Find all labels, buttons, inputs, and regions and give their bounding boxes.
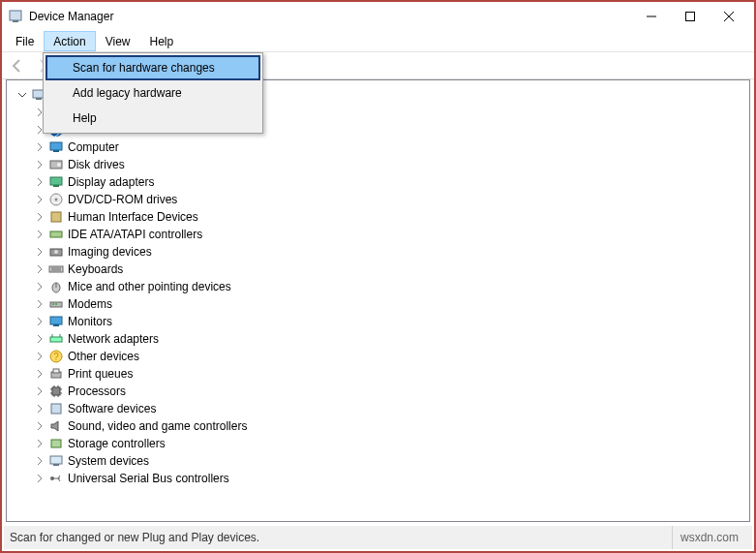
- device-category-icon: [48, 296, 64, 312]
- svg-rect-32: [53, 324, 59, 326]
- tree-item[interactable]: Disk drives: [33, 156, 744, 173]
- device-category-icon: [48, 209, 64, 225]
- expander-closed-icon[interactable]: [33, 140, 46, 154]
- tree-item-label: Other devices: [68, 350, 139, 363]
- svg-rect-7: [36, 98, 42, 100]
- svg-rect-38: [52, 387, 60, 395]
- tree-item-label: Human Interface Devices: [68, 210, 198, 224]
- menu-action[interactable]: Action: [44, 31, 95, 51]
- device-category-icon: [48, 279, 64, 294]
- tree-item-label: DVD/CD-ROM drives: [68, 193, 177, 206]
- tree-item-label: Mice and other pointing devices: [68, 280, 231, 293]
- expander-closed-icon[interactable]: [33, 454, 46, 468]
- tree-item-label: Network adapters: [68, 332, 159, 346]
- menu-file[interactable]: File: [6, 31, 44, 51]
- device-tree[interactable]: BatteriesBluetoothComputerDisk drivesDis…: [12, 82, 744, 518]
- window-title: Device Manager: [29, 10, 632, 23]
- tree-item[interactable]: Imaging devices: [33, 243, 744, 261]
- device-category-icon: [48, 418, 64, 434]
- tree-item[interactable]: Print queues: [33, 365, 744, 383]
- maximize-button[interactable]: [671, 3, 710, 30]
- tree-item[interactable]: Universal Serial Bus controllers: [33, 470, 744, 487]
- expander-closed-icon[interactable]: [33, 315, 46, 328]
- tree-item[interactable]: Processors: [33, 383, 744, 400]
- device-category-icon: [48, 401, 64, 416]
- svg-point-22: [54, 250, 58, 254]
- svg-rect-1: [13, 20, 18, 22]
- tree-item-label: Modems: [68, 297, 112, 311]
- expander-closed-icon[interactable]: [33, 193, 46, 206]
- close-button[interactable]: [710, 3, 748, 30]
- minimize-button[interactable]: [632, 3, 671, 30]
- expander-closed-icon[interactable]: [33, 472, 46, 485]
- action-dropdown: Scan for hardware changes Add legacy har…: [43, 52, 263, 134]
- device-category-icon: [48, 384, 64, 399]
- app-icon: [8, 9, 23, 24]
- tree-item[interactable]: Human Interface Devices: [33, 208, 744, 226]
- expander-closed-icon[interactable]: [33, 262, 46, 276]
- svg-rect-23: [49, 266, 63, 272]
- tree-item[interactable]: ?Other devices: [33, 348, 744, 365]
- menu-help-item[interactable]: Help: [45, 106, 260, 131]
- svg-point-29: [52, 303, 54, 305]
- expander-closed-icon[interactable]: [33, 384, 46, 398]
- device-category-icon: [48, 174, 64, 190]
- expander-closed-icon[interactable]: [33, 350, 46, 363]
- expander-closed-icon[interactable]: [33, 228, 46, 241]
- menu-help[interactable]: Help: [140, 31, 184, 51]
- device-category-icon: [48, 453, 64, 469]
- expander-closed-icon[interactable]: [33, 419, 46, 433]
- tree-item-label: Monitors: [68, 315, 112, 328]
- tree-item-label: Storage controllers: [68, 437, 166, 450]
- tree-item[interactable]: DVD/CD-ROM drives: [33, 191, 744, 208]
- svg-rect-31: [50, 317, 62, 324]
- expander-open-icon[interactable]: [15, 88, 29, 102]
- tree-item-label: IDE ATA/ATAPI controllers: [68, 228, 202, 241]
- expander-closed-icon[interactable]: [33, 332, 46, 346]
- expander-closed-icon[interactable]: [33, 210, 46, 224]
- menu-add-legacy[interactable]: Add legacy hardware: [45, 80, 260, 106]
- tree-item[interactable]: Network adapters: [33, 330, 744, 348]
- tree-item[interactable]: Modems: [33, 295, 744, 313]
- tree-item[interactable]: Sound, video and game controllers: [33, 417, 744, 435]
- tree-item[interactable]: Computer: [33, 138, 744, 156]
- svg-rect-3: [686, 13, 695, 21]
- expander-closed-icon[interactable]: [33, 367, 46, 381]
- expander-closed-icon[interactable]: [33, 280, 46, 293]
- svg-text:?: ?: [53, 352, 59, 362]
- status-right: wsxdn.com: [672, 526, 746, 549]
- tree-item-label: Disk drives: [68, 158, 125, 171]
- tree-item-label: System devices: [68, 454, 149, 468]
- expander-closed-icon[interactable]: [33, 175, 46, 189]
- tree-item[interactable]: Display adapters: [33, 173, 744, 191]
- device-category-icon: [48, 471, 64, 486]
- window-controls: [632, 3, 748, 30]
- back-button[interactable]: [6, 54, 29, 77]
- svg-rect-15: [50, 177, 62, 185]
- device-category-icon: [48, 244, 64, 260]
- expander-closed-icon[interactable]: [33, 158, 46, 171]
- device-category-icon: [48, 157, 64, 172]
- svg-rect-11: [50, 142, 62, 150]
- tree-item-label: Imaging devices: [68, 245, 152, 259]
- tree-item[interactable]: Software devices: [33, 400, 744, 417]
- tree-item[interactable]: System devices: [33, 452, 744, 470]
- tree-item[interactable]: Storage controllers: [33, 435, 744, 452]
- tree-item[interactable]: Keyboards: [33, 261, 744, 278]
- device-category-icon: ?: [48, 349, 64, 364]
- tree-item-label: Universal Serial Bus controllers: [68, 472, 229, 485]
- expander-closed-icon[interactable]: [33, 437, 46, 450]
- svg-rect-16: [53, 185, 59, 187]
- expander-closed-icon[interactable]: [33, 297, 46, 311]
- tree-item-label: Computer: [68, 140, 119, 154]
- expander-closed-icon[interactable]: [33, 402, 46, 415]
- device-category-icon: [48, 331, 64, 347]
- expander-closed-icon[interactable]: [33, 245, 46, 259]
- menu-view[interactable]: View: [96, 31, 140, 51]
- tree-item-label: Processors: [68, 384, 126, 398]
- tree-item[interactable]: Mice and other pointing devices: [33, 278, 744, 295]
- tree-item[interactable]: IDE ATA/ATAPI controllers: [33, 226, 744, 243]
- statusbar: Scan for changed or new Plug and Play de…: [4, 526, 752, 549]
- menu-scan-hardware[interactable]: Scan for hardware changes: [45, 55, 260, 80]
- tree-item[interactable]: Monitors: [33, 313, 744, 330]
